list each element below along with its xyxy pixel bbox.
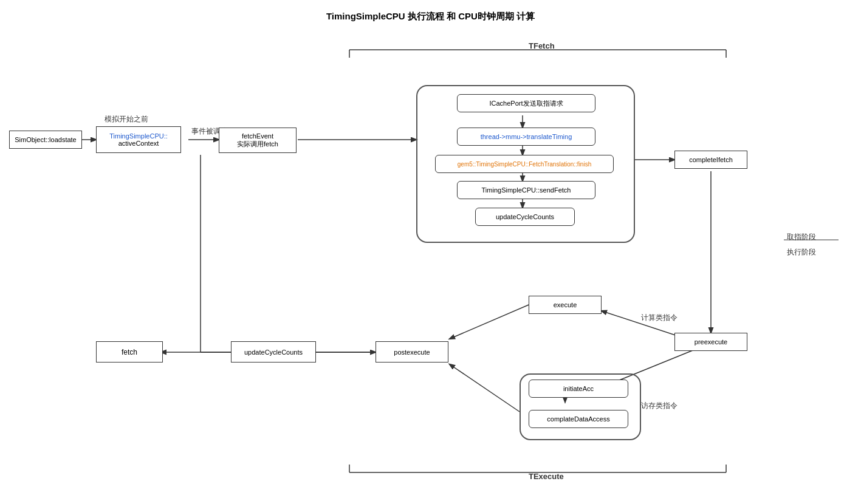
before-sim-label: 模拟开始之前 xyxy=(105,114,148,124)
page-title: TimingSimpleCPU 执行流程 和 CPU时钟周期 计算 xyxy=(326,11,535,22)
execute-stage-label: 执行阶段 xyxy=(787,247,816,257)
box-send-fetch: TimingSimpleCPU::sendFetch xyxy=(457,181,595,199)
box-complate-data-access: complateDataAccess xyxy=(529,410,628,428)
box-fetch-translation: gem5::TimingSimpleCPU::FetchTranslation:… xyxy=(435,155,614,173)
diagram-svg xyxy=(0,0,861,504)
fetch-stage-label: 取指阶段 xyxy=(787,232,816,242)
box-timing-simple-cpu: TimingSimpleCPU::activeContext xyxy=(96,126,181,153)
svg-line-21 xyxy=(450,364,520,412)
box-initiate-acc: initiateAcc xyxy=(529,380,628,398)
texecute-label: TExecute xyxy=(529,472,564,481)
box-fetch-event: fetchEvent实际调用fetch xyxy=(219,128,297,153)
timing-cpu-line1: TimingSimpleCPU:: xyxy=(109,132,168,140)
box-simobject-loadstate: SimObject::loadstate xyxy=(9,131,82,149)
box-update-cycle-counts-2: updateCycleCounts xyxy=(231,341,316,363)
compute-instr-label: 计算类指令 xyxy=(641,313,677,323)
box-execute: execute xyxy=(529,296,602,314)
box-fetch: fetch xyxy=(96,341,163,363)
box-postexecute: postexecute xyxy=(376,341,448,363)
box-complete-ifetch: completeIfetch xyxy=(674,151,747,169)
box-preexecute: preexecute xyxy=(674,333,747,351)
tfetch-label: TFetch xyxy=(529,41,555,50)
diagram-container: TimingSimpleCPU 执行流程 和 CPU时钟周期 计算 xyxy=(0,0,861,504)
fetch-event-line2: 实际调用fetch xyxy=(237,140,278,148)
box-update-cycle-counts-1: updateCycleCounts xyxy=(475,208,575,226)
timing-cpu-line2: activeContext xyxy=(118,140,159,147)
fetch-event-line1: fetchEvent xyxy=(242,132,273,140)
svg-line-20 xyxy=(450,305,529,339)
mem-instr-label: 访存类指令 xyxy=(641,401,677,411)
box-icache-port: ICachePort发送取指请求 xyxy=(457,94,595,112)
box-thread-mmu: thread->mmu->translateTiming xyxy=(457,128,595,146)
